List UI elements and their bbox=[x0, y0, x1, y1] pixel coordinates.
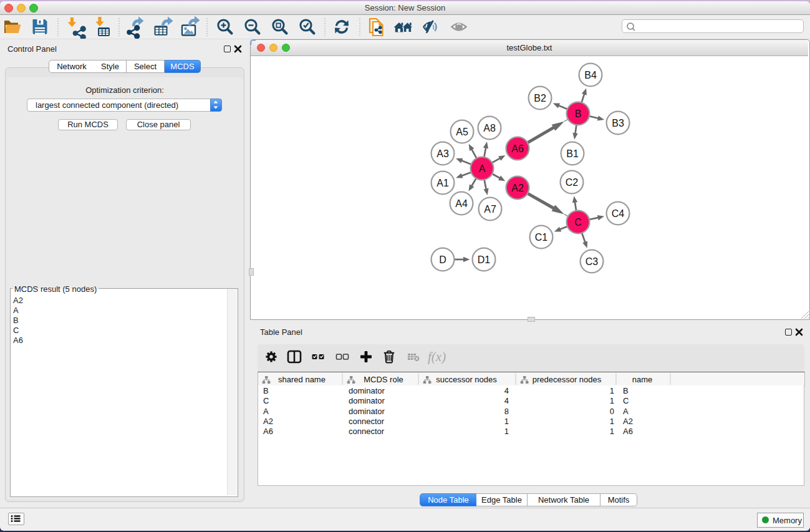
svg-text:C: C bbox=[574, 217, 582, 228]
svg-text:A: A bbox=[479, 163, 486, 174]
svg-text:A2: A2 bbox=[263, 417, 273, 426]
svg-text:C3: C3 bbox=[586, 256, 599, 267]
svg-text:A2: A2 bbox=[511, 183, 524, 193]
svg-text:A: A bbox=[623, 407, 629, 416]
svg-text:name: name bbox=[632, 375, 653, 384]
svg-text:1: 1 bbox=[610, 386, 614, 395]
svg-text:1: 1 bbox=[504, 427, 509, 436]
svg-text:dominator: dominator bbox=[349, 386, 385, 395]
svg-text:B4: B4 bbox=[584, 70, 597, 80]
svg-text:B3: B3 bbox=[612, 118, 624, 128]
svg-text:A1: A1 bbox=[436, 178, 449, 188]
svg-text:C: C bbox=[263, 396, 269, 405]
svg-text:B: B bbox=[263, 386, 269, 395]
svg-text:A4: A4 bbox=[455, 198, 468, 209]
svg-text:A2: A2 bbox=[623, 417, 633, 426]
svg-text:predecessor nodes: predecessor nodes bbox=[533, 375, 602, 384]
svg-text:A3: A3 bbox=[436, 148, 449, 159]
svg-text:1: 1 bbox=[610, 417, 614, 426]
svg-text:A7: A7 bbox=[484, 204, 496, 215]
svg-text:A8: A8 bbox=[483, 123, 496, 133]
svg-text:8: 8 bbox=[504, 407, 509, 416]
svg-text:f(x): f(x) bbox=[428, 349, 446, 364]
svg-text:successor nodes: successor nodes bbox=[436, 375, 497, 384]
svg-text:connector: connector bbox=[349, 427, 385, 436]
svg-text:1: 1 bbox=[610, 427, 614, 436]
svg-text:B: B bbox=[623, 386, 629, 395]
svg-text:dominator: dominator bbox=[349, 407, 385, 416]
svg-text:B: B bbox=[575, 109, 582, 119]
svg-text:C: C bbox=[623, 396, 629, 405]
svg-text:C4: C4 bbox=[612, 208, 625, 219]
svg-text:4: 4 bbox=[504, 396, 509, 405]
svg-text:C2: C2 bbox=[566, 177, 579, 188]
svg-text:B2: B2 bbox=[534, 93, 546, 104]
svg-text:connector: connector bbox=[349, 417, 385, 426]
svg-text:0: 0 bbox=[610, 407, 614, 416]
svg-text:A6: A6 bbox=[623, 427, 633, 436]
svg-text:B1: B1 bbox=[566, 148, 579, 159]
svg-text:1: 1 bbox=[504, 417, 509, 426]
svg-text:A6: A6 bbox=[263, 427, 273, 436]
svg-text:1: 1 bbox=[610, 396, 614, 405]
svg-text:A6: A6 bbox=[511, 143, 524, 154]
svg-text:A5: A5 bbox=[456, 127, 468, 137]
svg-text:shared name: shared name bbox=[278, 375, 325, 384]
svg-text:C1: C1 bbox=[535, 232, 548, 243]
svg-text:D1: D1 bbox=[478, 254, 491, 265]
svg-text:D: D bbox=[439, 254, 446, 265]
svg-text:MCDS role: MCDS role bbox=[364, 375, 403, 384]
svg-text:dominator: dominator bbox=[349, 396, 385, 405]
svg-text:4: 4 bbox=[504, 386, 509, 395]
svg-text:A: A bbox=[263, 407, 269, 416]
